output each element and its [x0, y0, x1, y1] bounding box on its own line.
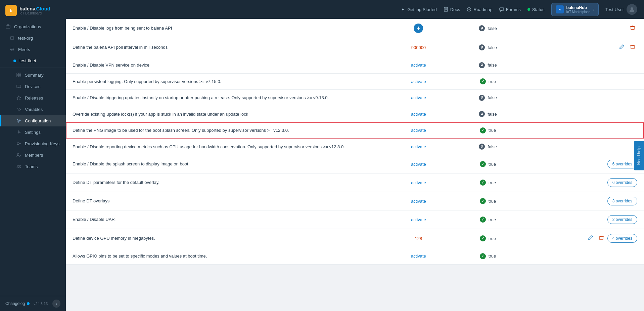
lightning-icon	[401, 7, 405, 12]
config-value[interactable]: activate	[384, 73, 453, 90]
overrides-button[interactable]: 2 overrides	[607, 215, 637, 224]
table-row: Allows GPIO pins to be set to specific m…	[66, 248, 644, 265]
config-description: Enable / Disable logs from being sent to…	[66, 19, 384, 38]
sidebar-item-settings[interactable]: Settings	[0, 126, 66, 138]
username-label: Test User	[605, 7, 624, 12]
sidebar-item-fleets[interactable]: Fleets	[0, 44, 66, 55]
releases-icon	[16, 95, 21, 101]
sidebar-item-releases[interactable]: Releases	[0, 92, 66, 104]
delete-button[interactable]	[628, 24, 637, 33]
delete-button[interactable]	[628, 43, 637, 52]
overrides-button[interactable]: 3 overrides	[607, 197, 637, 205]
activate-link[interactable]: activate	[411, 217, 426, 222]
activate-link[interactable]: activate	[411, 162, 426, 167]
toggle-button[interactable]	[414, 24, 423, 33]
sidebar-item-teams[interactable]: Teams	[0, 161, 66, 172]
config-status: ✓true	[453, 155, 523, 173]
provisioning-keys-label: Provisioning Keys	[25, 141, 59, 146]
activate-link[interactable]: activate	[411, 254, 426, 259]
activate-link[interactable]: activate	[411, 112, 426, 117]
config-value[interactable]: activate	[384, 122, 453, 139]
config-status: ✓true	[453, 210, 523, 229]
need-help-label: Need help	[637, 146, 641, 165]
status-true-icon: ✓	[480, 161, 486, 167]
svg-rect-35	[631, 27, 634, 30]
table-row: Define the PNG image to be used for the …	[66, 122, 644, 139]
getting-started-label: Getting Started	[407, 7, 436, 12]
svg-point-20	[17, 165, 18, 166]
getting-started-link[interactable]: Getting Started	[401, 7, 436, 12]
activate-link[interactable]: activate	[411, 144, 426, 149]
config-value[interactable]: activate	[384, 106, 453, 122]
overrides-button[interactable]: 4 overrides	[607, 234, 637, 243]
config-status: ✓true	[453, 192, 523, 210]
status-true-icon: ✓	[480, 127, 486, 133]
sidebar-item-test-fleet[interactable]: test-fleet	[0, 55, 66, 66]
forums-link[interactable]: Forums	[499, 7, 521, 12]
config-value[interactable]: activate	[384, 173, 453, 192]
table-row: Define DT overlaysactivate✓true3 overrid…	[66, 192, 644, 210]
edit-button[interactable]	[617, 43, 627, 52]
changelog-button[interactable]: Changelog v24.3.13	[5, 301, 48, 306]
svg-rect-10	[19, 75, 21, 77]
need-help-button[interactable]: Need help	[634, 141, 644, 170]
config-value[interactable]: activate	[384, 192, 453, 210]
svg-rect-29	[500, 8, 504, 10]
activate-link[interactable]: activate	[411, 95, 426, 100]
main: Getting Started Docs Roadmap Forums Stat…	[66, 0, 644, 311]
svg-point-5	[11, 48, 14, 51]
avatar[interactable]	[627, 4, 637, 15]
activate-link[interactable]: activate	[411, 63, 426, 68]
activate-link[interactable]: activate	[411, 79, 426, 84]
teams-icon	[16, 164, 21, 169]
config-status: ✗false	[453, 90, 523, 106]
settings-label: Settings	[25, 130, 41, 135]
status-true-icon: ✓	[480, 198, 486, 204]
sidebar-item-configuration[interactable]: Configuration	[0, 115, 66, 126]
status-link[interactable]: Status	[527, 7, 545, 12]
docs-link[interactable]: Docs	[444, 7, 460, 12]
table-row: Enable / Disable logs from being sent to…	[66, 19, 644, 38]
config-value[interactable]: activate	[384, 248, 453, 265]
config-actions	[522, 139, 644, 155]
sidebar-item-test-org[interactable]: test-org	[0, 32, 66, 44]
edit-button[interactable]	[586, 234, 595, 243]
sidebar-item-organizations[interactable]: Organizations	[0, 21, 66, 32]
test-org-label: test-org	[18, 36, 33, 41]
status-text: true	[489, 236, 496, 241]
devices-icon	[16, 84, 21, 89]
table-row: Override existing update lock(s) if your…	[66, 106, 644, 122]
summary-label: Summary	[25, 73, 44, 78]
overrides-button[interactable]: 6 overrides	[607, 178, 637, 187]
active-dot	[13, 60, 16, 62]
sidebar-bottom: Changelog v24.3.13 ‹	[0, 296, 66, 311]
svg-text:Vx: Vx	[17, 107, 21, 111]
overrides-button[interactable]: 6 overrides	[607, 160, 637, 168]
status-false-icon: ✗	[479, 95, 485, 101]
activate-link[interactable]: activate	[411, 199, 426, 204]
sidebar-item-summary[interactable]: Summary	[0, 69, 66, 81]
status-false-icon: ✗	[479, 25, 485, 31]
config-value[interactable]: activate	[384, 155, 453, 173]
delete-button[interactable]	[597, 234, 606, 243]
config-value[interactable]: activate	[384, 90, 453, 106]
status-text: true	[489, 254, 496, 259]
activate-link[interactable]: activate	[411, 128, 426, 133]
svg-marker-22	[402, 7, 404, 11]
table-row: Enable / Disable triggering updates inst…	[66, 90, 644, 106]
sidebar-item-members[interactable]: Members	[0, 149, 66, 161]
sidebar-item-devices[interactable]: Devices	[0, 81, 66, 92]
activate-link[interactable]: activate	[411, 180, 426, 185]
config-value[interactable]: activate	[384, 57, 453, 74]
hub-button[interactable]: H balenaHub IoT Marketplace ›	[551, 3, 599, 16]
config-value[interactable]: activate	[384, 139, 453, 155]
svg-rect-11	[17, 85, 21, 88]
sidebar-collapse-button[interactable]: ‹	[52, 300, 60, 308]
config-value[interactable]	[384, 19, 453, 38]
sidebar-item-variables[interactable]: Vx Variables	[0, 104, 66, 115]
status-text: true	[489, 128, 496, 133]
hub-arrow-icon: ›	[593, 7, 594, 12]
config-value[interactable]: activate	[384, 210, 453, 229]
roadmap-link[interactable]: Roadmap	[467, 7, 492, 12]
sidebar-item-provisioning-keys[interactable]: Provisioning Keys	[0, 138, 66, 149]
